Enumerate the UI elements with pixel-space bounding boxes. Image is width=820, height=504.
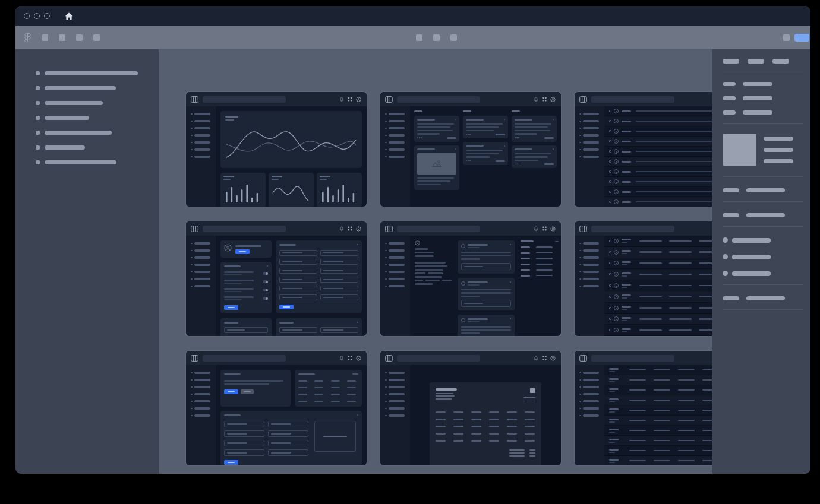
- checkbox[interactable]: [609, 201, 611, 203]
- toolbar-button[interactable]: [93, 34, 100, 41]
- traffic-light-button[interactable]: [24, 13, 30, 19]
- input-field[interactable]: [320, 268, 358, 274]
- checkbox[interactable]: [609, 120, 611, 122]
- panel-tab[interactable]: [772, 59, 789, 64]
- primary-button[interactable]: [224, 389, 238, 394]
- input-field[interactable]: [224, 440, 264, 446]
- primary-button[interactable]: [279, 305, 294, 309]
- checkbox[interactable]: [609, 170, 611, 173]
- post-card[interactable]: [458, 315, 515, 336]
- sidebar-item[interactable]: [36, 160, 159, 164]
- checkbox[interactable]: [609, 251, 611, 253]
- checkbox[interactable]: [609, 307, 611, 309]
- checkbox[interactable]: [609, 140, 611, 142]
- thumbnail-analytics-dashboard[interactable]: [186, 92, 367, 207]
- comment-input[interactable]: [461, 263, 511, 270]
- primary-button[interactable]: [224, 460, 238, 465]
- input-field[interactable]: [268, 440, 308, 446]
- trend-row[interactable]: [521, 246, 559, 248]
- traffic-light-button[interactable]: [44, 13, 50, 19]
- post-card[interactable]: [458, 278, 515, 311]
- input-field[interactable]: [320, 286, 358, 291]
- secondary-button[interactable]: [241, 389, 254, 394]
- input-field[interactable]: [279, 259, 317, 265]
- toolbar-button[interactable]: [59, 34, 65, 41]
- post-card[interactable]: [458, 240, 515, 274]
- toggle-switch[interactable]: [263, 272, 268, 275]
- comment-input[interactable]: [461, 300, 511, 307]
- sidebar-item[interactable]: [36, 116, 159, 120]
- input-field[interactable]: [279, 277, 317, 283]
- sidebar-item[interactable]: [36, 101, 159, 105]
- input-field[interactable]: [224, 449, 264, 456]
- primary-button[interactable]: [224, 305, 238, 310]
- kanban-card[interactable]: [512, 145, 557, 169]
- toggle-switch[interactable]: [263, 280, 268, 283]
- trend-row[interactable]: [521, 275, 559, 277]
- textarea-box[interactable]: [314, 421, 356, 452]
- input-field[interactable]: [320, 259, 358, 265]
- input-field[interactable]: [268, 449, 308, 456]
- input-field[interactable]: [224, 430, 264, 437]
- toolbar-button[interactable]: [450, 34, 457, 41]
- checkbox[interactable]: [609, 262, 611, 264]
- thumbnail-social-feed[interactable]: [380, 221, 561, 336]
- toolbar-button[interactable]: [42, 34, 48, 41]
- checkbox[interactable]: [609, 240, 611, 242]
- mini-sidebar-bar: [389, 156, 405, 158]
- thumbnail-invoice-document[interactable]: [380, 351, 561, 465]
- input-field[interactable]: [224, 327, 268, 333]
- kanban-card[interactable]: [414, 145, 459, 191]
- input-field[interactable]: [279, 286, 317, 291]
- trend-row[interactable]: [521, 252, 559, 254]
- input-field[interactable]: [268, 430, 308, 437]
- input-field[interactable]: [279, 250, 317, 256]
- trend-row[interactable]: [521, 258, 559, 259]
- kanban-card[interactable]: [414, 116, 459, 142]
- checkbox[interactable]: [609, 318, 611, 320]
- toggle-switch[interactable]: [263, 289, 268, 291]
- trend-row[interactable]: [521, 269, 559, 271]
- checkbox[interactable]: [609, 284, 611, 287]
- panel-tab[interactable]: [723, 59, 739, 64]
- sidebar-item[interactable]: [36, 86, 159, 90]
- input-field[interactable]: [320, 277, 358, 283]
- checkbox[interactable]: [609, 296, 611, 298]
- kanban-card[interactable]: [512, 116, 557, 142]
- toolbar-accent-button[interactable]: [794, 34, 809, 42]
- toolbar-button[interactable]: [76, 34, 83, 41]
- input-field[interactable]: [320, 327, 358, 333]
- input-field[interactable]: [268, 421, 308, 427]
- sidebar-item[interactable]: [36, 145, 159, 150]
- traffic-light-button[interactable]: [34, 13, 40, 19]
- toolbar-button[interactable]: [783, 34, 790, 41]
- checkbox[interactable]: [609, 191, 611, 193]
- input-field[interactable]: [279, 327, 317, 333]
- input-field[interactable]: [224, 421, 264, 427]
- checkbox[interactable]: [609, 329, 611, 331]
- thumbnail-form-page[interactable]: [186, 351, 367, 465]
- toolbar-button[interactable]: [433, 34, 440, 41]
- checkbox[interactable]: [609, 180, 611, 183]
- thumbnail-settings-page[interactable]: [186, 221, 367, 336]
- toggle-switch[interactable]: [263, 297, 268, 300]
- trend-row[interactable]: [521, 264, 559, 265]
- toolbar-button[interactable]: [416, 34, 422, 41]
- thumbnail-kanban-board[interactable]: [380, 92, 561, 207]
- checkbox[interactable]: [609, 150, 611, 153]
- input-field[interactable]: [320, 250, 358, 256]
- input-field[interactable]: [320, 294, 358, 300]
- checkbox[interactable]: [609, 160, 611, 163]
- sidebar-item[interactable]: [36, 131, 159, 135]
- sidebar-item[interactable]: [36, 71, 159, 75]
- home-icon[interactable]: [65, 12, 73, 20]
- kanban-card[interactable]: [463, 142, 508, 165]
- kanban-card[interactable]: [463, 116, 508, 139]
- checkbox[interactable]: [609, 273, 611, 275]
- input-field[interactable]: [279, 294, 317, 300]
- primary-button[interactable]: [235, 249, 250, 254]
- checkbox[interactable]: [609, 110, 611, 112]
- checkbox[interactable]: [609, 130, 611, 132]
- input-field[interactable]: [279, 268, 317, 274]
- panel-tab[interactable]: [748, 59, 764, 64]
